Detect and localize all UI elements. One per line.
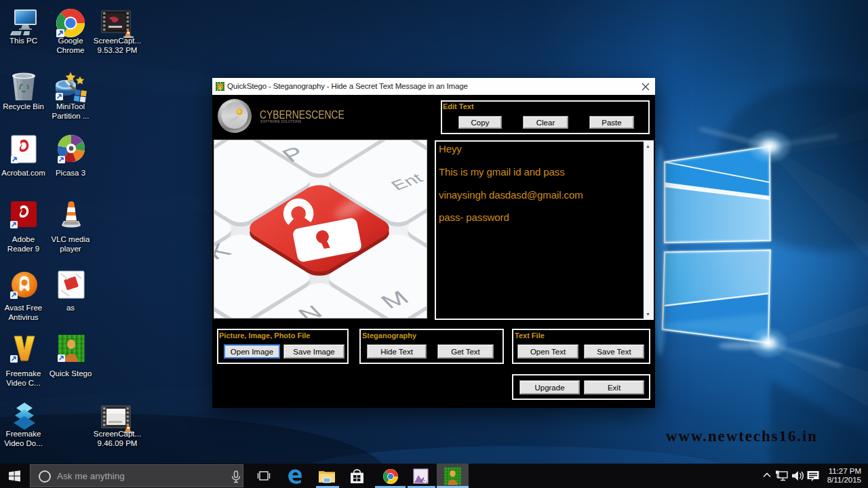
- svg-text:4: 4: [422, 477, 427, 485]
